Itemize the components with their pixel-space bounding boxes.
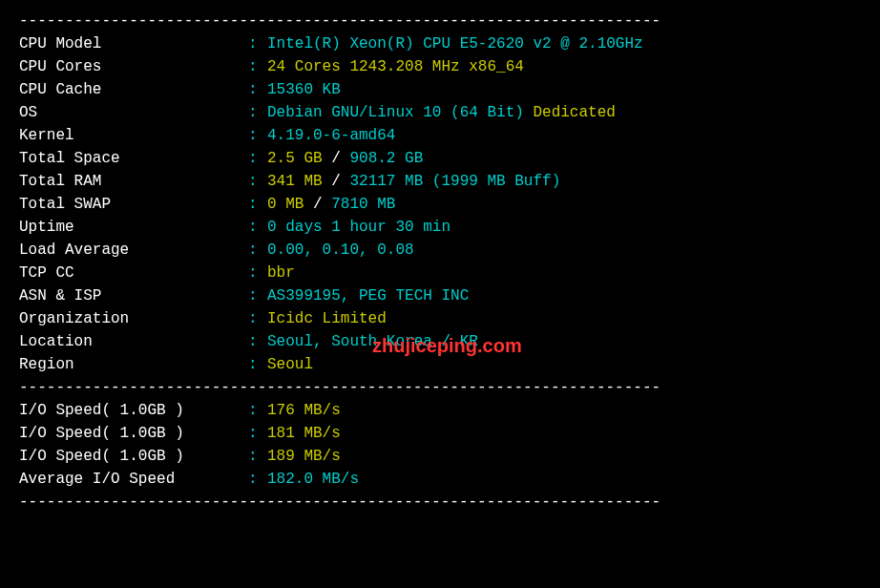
colon: : bbox=[248, 445, 267, 468]
terminal-output: ----------------------------------------… bbox=[19, 10, 861, 514]
value-total-swap: 0 MB / 7810 MB bbox=[267, 193, 861, 216]
value-cpu-model: Intel(R) Xeon(R) CPU E5-2620 v2 @ 2.10GH… bbox=[267, 32, 861, 55]
colon: : bbox=[248, 101, 267, 124]
colon: : bbox=[248, 239, 267, 262]
label-kernel: Kernel bbox=[19, 124, 248, 147]
row-region: Region : Seoul bbox=[19, 353, 861, 376]
label-io-1: I/O Speed( 1.0GB ) bbox=[19, 399, 248, 422]
value-region: Seoul bbox=[267, 353, 861, 376]
value-io-3: 189 MB/s bbox=[267, 445, 861, 468]
colon: : bbox=[248, 353, 267, 376]
value-location: Seoul, South Korea / KR bbox=[267, 330, 861, 353]
row-io-avg: Average I/O Speed : 182.0 MB/s bbox=[19, 468, 861, 491]
colon: : bbox=[248, 78, 267, 101]
value-cpu-cache: 15360 KB bbox=[267, 78, 861, 101]
colon: : bbox=[248, 32, 267, 55]
colon: : bbox=[248, 307, 267, 330]
value-kernel: 4.19.0-6-amd64 bbox=[267, 124, 861, 147]
row-cpu-model: CPU Model : Intel(R) Xeon(R) CPU E5-2620… bbox=[19, 32, 861, 55]
label-uptime: Uptime bbox=[19, 216, 248, 239]
value-io-1: 176 MB/s bbox=[267, 399, 861, 422]
colon: : bbox=[248, 330, 267, 353]
label-io-3: I/O Speed( 1.0GB ) bbox=[19, 445, 248, 468]
colon: : bbox=[248, 193, 267, 216]
label-asn-isp: ASN & ISP bbox=[19, 284, 248, 307]
divider-top: ----------------------------------------… bbox=[19, 10, 861, 32]
value-io-2: 181 MB/s bbox=[267, 422, 861, 445]
colon: : bbox=[248, 399, 267, 422]
value-load-average: 0.00, 0.10, 0.08 bbox=[267, 239, 861, 262]
label-total-swap: Total SWAP bbox=[19, 193, 248, 216]
colon: : bbox=[248, 124, 267, 147]
label-total-space: Total Space bbox=[19, 147, 248, 170]
value-os: Debian GNU/Linux 10 (64 Bit) Dedicated bbox=[267, 101, 861, 124]
row-load-average: Load Average : 0.00, 0.10, 0.08 bbox=[19, 239, 861, 262]
colon: : bbox=[248, 55, 267, 78]
row-cpu-cores: CPU Cores : 24 Cores 1243.208 MHz x86_64 bbox=[19, 55, 861, 78]
value-total-ram: 341 MB / 32117 MB (1999 MB Buff) bbox=[267, 170, 861, 193]
divider-mid: ----------------------------------------… bbox=[19, 376, 861, 399]
value-tcp-cc: bbr bbox=[267, 262, 861, 284]
label-io-avg: Average I/O Speed bbox=[19, 468, 248, 491]
row-kernel: Kernel : 4.19.0-6-amd64 bbox=[19, 124, 861, 147]
value-total-space: 2.5 GB / 908.2 GB bbox=[267, 147, 861, 170]
divider-bottom: ----------------------------------------… bbox=[19, 491, 861, 514]
label-region: Region bbox=[19, 353, 248, 376]
row-os: OS : Debian GNU/Linux 10 (64 Bit) Dedica… bbox=[19, 101, 861, 124]
row-uptime: Uptime : 0 days 1 hour 30 min bbox=[19, 216, 861, 239]
row-io-1: I/O Speed( 1.0GB ) : 176 MB/s bbox=[19, 399, 861, 422]
colon: : bbox=[248, 262, 267, 284]
row-tcp-cc: TCP CC : bbr bbox=[19, 262, 861, 284]
label-cpu-model: CPU Model bbox=[19, 32, 248, 55]
colon: : bbox=[248, 422, 267, 445]
label-total-ram: Total RAM bbox=[19, 170, 248, 193]
label-tcp-cc: TCP CC bbox=[19, 262, 248, 284]
row-location: Location : Seoul, South Korea / KR bbox=[19, 330, 861, 353]
value-asn-isp: AS399195, PEG TECH INC bbox=[267, 284, 861, 307]
value-io-avg: 182.0 MB/s bbox=[267, 468, 861, 491]
value-cpu-cores: 24 Cores 1243.208 MHz x86_64 bbox=[267, 55, 861, 78]
label-os: OS bbox=[19, 101, 248, 124]
label-organization: Organization bbox=[19, 307, 248, 330]
label-cpu-cores: CPU Cores bbox=[19, 55, 248, 78]
colon: : bbox=[248, 216, 267, 239]
label-location: Location bbox=[19, 330, 248, 353]
label-load-average: Load Average bbox=[19, 239, 248, 262]
row-total-swap: Total SWAP : 0 MB / 7810 MB bbox=[19, 193, 861, 216]
row-io-3: I/O Speed( 1.0GB ) : 189 MB/s bbox=[19, 445, 861, 468]
row-organization: Organization : Icidc Limited bbox=[19, 307, 861, 330]
row-asn-isp: ASN & ISP : AS399195, PEG TECH INC bbox=[19, 284, 861, 307]
value-uptime: 0 days 1 hour 30 min bbox=[267, 216, 861, 239]
colon: : bbox=[248, 170, 267, 193]
label-cpu-cache: CPU Cache bbox=[19, 78, 248, 101]
row-total-ram: Total RAM : 341 MB / 32117 MB (1999 MB B… bbox=[19, 170, 861, 193]
colon: : bbox=[248, 147, 267, 170]
row-cpu-cache: CPU Cache : 15360 KB bbox=[19, 78, 861, 101]
label-io-2: I/O Speed( 1.0GB ) bbox=[19, 422, 248, 445]
value-organization: Icidc Limited bbox=[267, 307, 861, 330]
row-io-2: I/O Speed( 1.0GB ) : 181 MB/s bbox=[19, 422, 861, 445]
row-total-space: Total Space : 2.5 GB / 908.2 GB bbox=[19, 147, 861, 170]
colon: : bbox=[248, 468, 267, 491]
colon: : bbox=[248, 284, 267, 307]
